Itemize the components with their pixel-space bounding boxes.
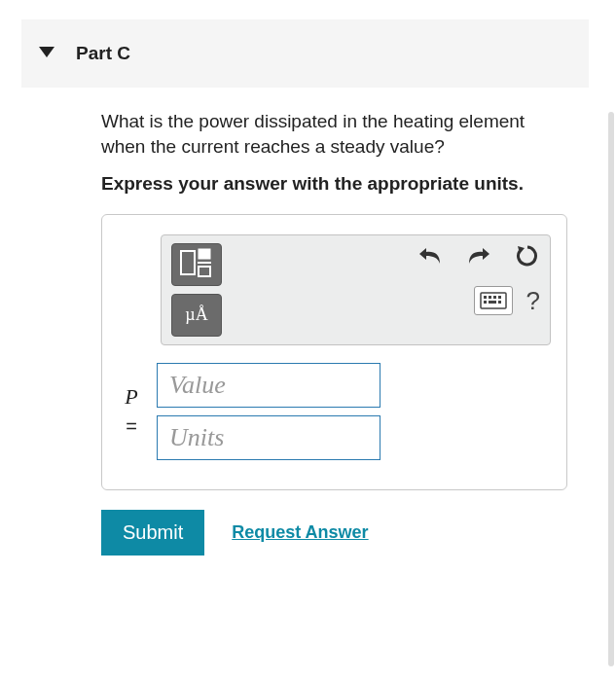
chevron-down-icon (39, 45, 54, 62)
input-row: P = Value Units (120, 363, 551, 460)
help-icon: ? (526, 286, 540, 316)
svg-rect-13 (498, 301, 501, 304)
reset-icon (515, 243, 540, 269)
undo-icon (417, 245, 443, 267)
answer-panel: µÅ (101, 214, 567, 490)
redo-icon (466, 245, 491, 267)
equals-label: = (126, 415, 137, 438)
svg-rect-8 (489, 296, 491, 299)
instruction-text: Express your answer with the appropriate… (101, 172, 567, 197)
value-field[interactable]: Value (157, 363, 380, 408)
keyboard-icon (480, 292, 507, 309)
value-placeholder: Value (169, 371, 226, 400)
units-placeholder: Units (169, 423, 224, 452)
svg-rect-4 (199, 267, 210, 276)
svg-rect-12 (489, 301, 496, 304)
question-text: What is the power dissipated in the heat… (101, 109, 567, 159)
svg-rect-11 (484, 301, 487, 304)
request-answer-link[interactable]: Request Answer (232, 522, 368, 543)
template-fraction-button[interactable] (171, 243, 222, 286)
units-button-label: µÅ (185, 305, 207, 325)
svg-rect-1 (181, 251, 195, 274)
keyboard-button[interactable] (474, 286, 513, 315)
part-header[interactable]: Part C (21, 19, 589, 88)
scrollbar[interactable] (608, 112, 614, 666)
svg-rect-2 (199, 249, 210, 259)
svg-rect-10 (498, 296, 501, 299)
svg-rect-7 (484, 296, 487, 299)
help-button[interactable]: ? (526, 286, 540, 316)
reset-button[interactable] (515, 243, 540, 269)
variable-label: P (120, 384, 143, 410)
actions-row: Submit Request Answer (101, 510, 589, 556)
undo-button[interactable] (417, 243, 443, 269)
submit-button[interactable]: Submit (101, 510, 204, 556)
units-button[interactable]: µÅ (171, 294, 222, 337)
svg-rect-9 (493, 296, 496, 299)
svg-marker-0 (39, 47, 54, 57)
fraction-icon (180, 248, 213, 281)
toolbar: µÅ (161, 234, 551, 345)
part-label: Part C (76, 43, 130, 64)
redo-button[interactable] (466, 243, 491, 269)
units-field[interactable]: Units (157, 415, 380, 460)
